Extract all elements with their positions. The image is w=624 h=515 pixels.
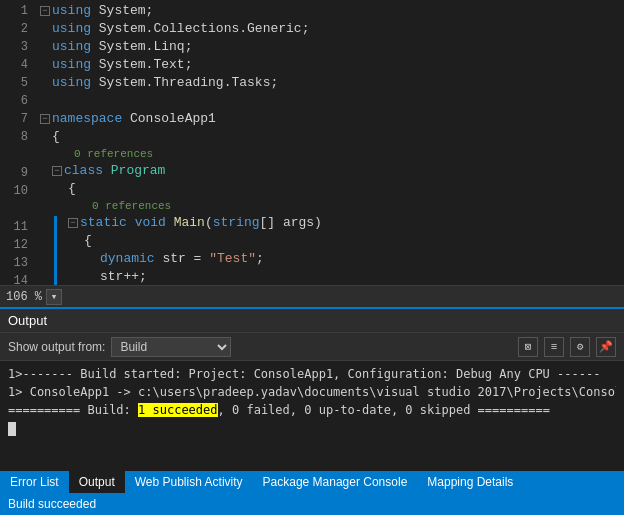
toolbar-btn-3[interactable]: ⚙	[570, 337, 590, 357]
tab-web-publish[interactable]: Web Publish Activity	[125, 471, 253, 493]
code-content[interactable]: −using System; using System.Collections.…	[36, 0, 624, 285]
output-toolbar: Show output from: Build ⊠ ≡ ⚙ 📌	[0, 333, 624, 361]
ref-hint-class: 0 references	[40, 146, 624, 162]
collapse-icon-1[interactable]: −	[40, 6, 50, 16]
ref-hint-main: 0 references	[40, 198, 624, 214]
code-line-12: {	[40, 232, 624, 250]
collapse-icon-11[interactable]: −	[68, 218, 78, 228]
output-line3-suffix: , 0 failed, 0 up-to-date, 0 skipped ====…	[218, 403, 550, 417]
code-editor: 1 2 3 4 5 6 7 8 9 10 11 12 13 14 15 16 −…	[0, 0, 624, 285]
output-line-1: 1>------- Build started: Project: Consol…	[8, 365, 616, 383]
output-line3-prefix: ========== Build:	[8, 403, 138, 417]
output-header: Output	[0, 309, 624, 333]
zoom-decrease-button[interactable]: ▾	[46, 289, 62, 305]
tab-package-manager[interactable]: Package Manager Console	[253, 471, 418, 493]
code-line-7: −namespace ConsoleApp1	[40, 110, 624, 128]
collapse-icon-7[interactable]: −	[40, 114, 50, 124]
toolbar-btn-2[interactable]: ≡	[544, 337, 564, 357]
line-numbers: 1 2 3 4 5 6 7 8 9 10 11 12 13 14 15 16	[0, 0, 36, 285]
toolbar-btn-4[interactable]: 📌	[596, 337, 616, 357]
code-line-8: {	[40, 128, 624, 146]
zoom-level: 106 %	[6, 290, 42, 304]
output-source-select[interactable]: Build	[111, 337, 231, 357]
toolbar-btn-1[interactable]: ⊠	[518, 337, 538, 357]
tab-output[interactable]: Output	[69, 471, 125, 493]
code-line-11: −static void Main(string[] args)	[40, 214, 624, 232]
show-output-label: Show output from:	[8, 340, 105, 354]
status-text: Build succeeded	[8, 497, 96, 511]
code-line-4: using System.Text;	[40, 56, 624, 74]
code-line-2: using System.Collections.Generic;	[40, 20, 624, 38]
output-line-3: ========== Build: 1 succeeded, 0 failed,…	[8, 401, 616, 419]
code-line-5: using System.Threading.Tasks;	[40, 74, 624, 92]
code-line-6	[40, 92, 624, 110]
code-line-14: str++;	[40, 268, 624, 285]
output-content: 1>------- Build started: Project: Consol…	[0, 361, 624, 471]
cursor	[8, 422, 16, 436]
code-line-3: using System.Linq;	[40, 38, 624, 56]
tab-error-list[interactable]: Error List	[0, 471, 69, 493]
output-cursor-line	[8, 419, 616, 437]
code-line-1: −using System;	[40, 2, 624, 20]
bottom-tabs: Error List Output Web Publish Activity P…	[0, 471, 624, 493]
output-line-2: 1> ConsoleApp1 -> c:\users\pradeep.yadav…	[8, 383, 616, 401]
code-line-9: −class Program	[40, 162, 624, 180]
output-highlight: 1 succeeded	[138, 403, 217, 417]
code-line-10: {	[40, 180, 624, 198]
status-bar: Build succeeded	[0, 493, 624, 515]
output-panel: Output Show output from: Build ⊠ ≡ ⚙ 📌 1…	[0, 307, 624, 471]
code-line-13: dynamic str = "Test";	[40, 250, 624, 268]
tab-mapping-details[interactable]: Mapping Details	[417, 471, 523, 493]
zoom-bar: 106 % ▾	[0, 285, 624, 307]
collapse-icon-9[interactable]: −	[52, 166, 62, 176]
